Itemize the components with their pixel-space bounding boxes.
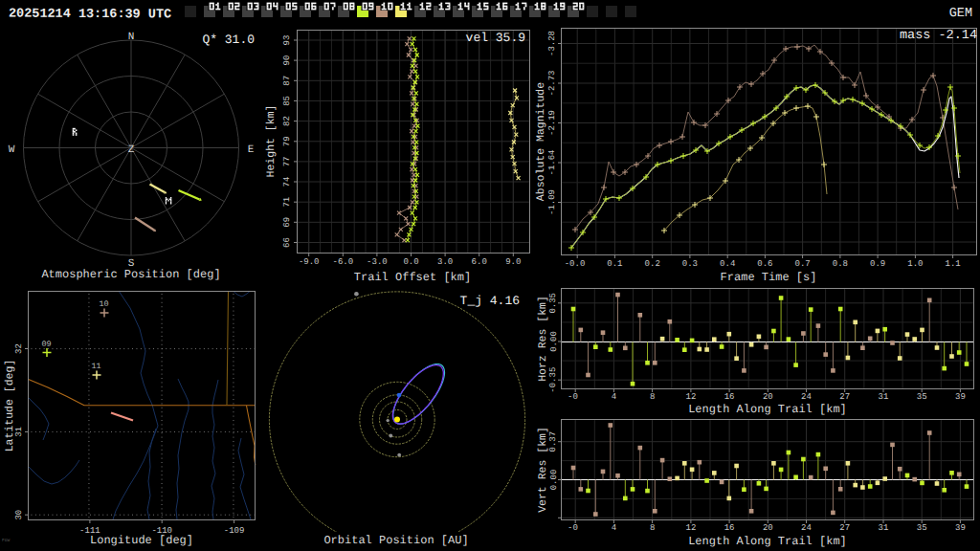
svg-text:8: 8	[650, 523, 655, 533]
svg-text:Latitude [deg]: Latitude [deg]	[4, 360, 16, 452]
svg-text:79: 79	[282, 136, 292, 146]
svg-text:0.2: 0.2	[645, 259, 660, 269]
svg-text:1.1: 1.1	[945, 259, 960, 269]
svg-text:11: 11	[92, 362, 101, 371]
svg-text:09: 09	[42, 340, 52, 349]
svg-text:24: 24	[801, 392, 812, 402]
svg-text:-3.0: -3.0	[367, 257, 388, 267]
svg-text:8: 8	[650, 392, 655, 402]
svg-text:39: 39	[955, 523, 966, 533]
svg-text:FGW: FGW	[2, 538, 10, 543]
svg-text:T_j 4.16: T_j 4.16	[460, 294, 520, 308]
svg-text:4: 4	[612, 392, 616, 402]
svg-text:20: 20	[763, 392, 773, 402]
svg-text:Q* 31.0: Q* 31.0	[202, 33, 255, 47]
svg-text:-0: -0	[568, 392, 578, 402]
svg-text:31: 31	[879, 523, 889, 533]
svg-text:0.3: 0.3	[682, 259, 698, 269]
svg-text:20: 20	[763, 523, 773, 533]
svg-text:82: 82	[282, 116, 292, 126]
svg-text:0.8: 0.8	[833, 259, 848, 269]
svg-text:Orbital Position [AU]: Orbital Position [AU]	[323, 534, 468, 547]
svg-text:1.0: 1.0	[907, 259, 923, 269]
svg-text:90: 90	[282, 55, 292, 66]
svg-text:Length Along Trail [km]: Length Along Trail [km]	[688, 403, 847, 416]
svg-text:0.00: 0.00	[549, 331, 559, 352]
svg-text:74: 74	[282, 177, 292, 187]
svg-text:0.0: 0.0	[403, 257, 418, 267]
svg-text:24: 24	[801, 523, 812, 533]
svg-text:Trail Offset [km]: Trail Offset [km]	[354, 271, 471, 284]
svg-text:Vert Res [km]: Vert Res [km]	[537, 427, 549, 513]
svg-text:W: W	[9, 144, 15, 156]
svg-text:30: 30	[14, 510, 24, 520]
svg-text:-1.64: -1.64	[547, 149, 557, 175]
svg-text:-1.09: -1.09	[547, 189, 557, 215]
svg-text:Absolute Magnitude: Absolute Magnitude	[535, 82, 547, 201]
svg-text:16: 16	[724, 392, 735, 402]
svg-text:10: 10	[100, 299, 109, 309]
svg-text:87: 87	[282, 76, 292, 86]
svg-text:E: E	[248, 144, 255, 156]
svg-text:93: 93	[282, 35, 292, 46]
svg-text:77: 77	[282, 156, 292, 166]
svg-text:27: 27	[839, 523, 850, 533]
svg-text:-109: -109	[224, 526, 245, 536]
svg-text:4: 4	[612, 523, 616, 533]
svg-text:Z: Z	[128, 144, 135, 156]
svg-text:0.35: 0.35	[549, 293, 559, 314]
svg-text:-2.19: -2.19	[547, 110, 557, 136]
svg-text:69: 69	[282, 217, 292, 228]
svg-text:-0: -0	[568, 523, 578, 533]
svg-text:N: N	[128, 32, 135, 43]
svg-text:0.9: 0.9	[870, 259, 885, 269]
svg-text:Longitude [deg]: Longitude [deg]	[90, 534, 193, 547]
svg-text:-0.0: -0.0	[565, 259, 586, 269]
svg-text:Horz Res [km]: Horz Res [km]	[537, 296, 549, 382]
svg-text:Atmospheric Position [deg]: Atmospheric Position [deg]	[41, 268, 220, 281]
svg-text:16: 16	[724, 523, 735, 533]
svg-text:0.00: 0.00	[549, 470, 559, 491]
svg-text:-9.0: -9.0	[299, 257, 320, 267]
svg-text:-3.28: -3.28	[547, 31, 557, 56]
svg-text:-2.73: -2.73	[547, 70, 557, 96]
svg-text:0.1: 0.1	[607, 259, 622, 269]
svg-text:0.7: 0.7	[794, 259, 810, 269]
svg-text:85: 85	[282, 96, 292, 106]
svg-text:mass -2.14: mass -2.14	[900, 29, 977, 43]
svg-text:6.0: 6.0	[472, 257, 487, 267]
svg-text:31: 31	[879, 392, 889, 402]
svg-text:3.0: 3.0	[437, 257, 453, 267]
svg-text:27: 27	[839, 392, 850, 402]
svg-text:35: 35	[917, 523, 927, 533]
svg-text:0.4: 0.4	[720, 259, 735, 269]
svg-text:12: 12	[685, 523, 696, 533]
svg-text:Length Along Trail [km]: Length Along Trail [km]	[688, 535, 847, 548]
svg-text:Frame Time [s]: Frame Time [s]	[721, 271, 817, 284]
svg-text:32: 32	[14, 343, 24, 354]
svg-text:-0.35: -0.35	[549, 367, 559, 393]
svg-text:39: 39	[955, 392, 966, 402]
svg-text:71: 71	[282, 197, 292, 208]
svg-text:20251214 13:16:39 UTC: 20251214 13:16:39 UTC	[9, 8, 171, 23]
svg-text:vel 35.9: vel 35.9	[466, 31, 525, 45]
svg-text:-6.0: -6.0	[332, 257, 353, 267]
svg-text:0.37: 0.37	[549, 431, 559, 452]
svg-text:Height [km]: Height [km]	[265, 105, 278, 178]
svg-text:GEM: GEM	[949, 7, 972, 21]
svg-text:35: 35	[917, 392, 927, 402]
svg-text:9.0: 9.0	[505, 257, 521, 267]
svg-text:0.6: 0.6	[757, 259, 772, 269]
svg-text:12: 12	[685, 392, 696, 402]
svg-text:66: 66	[282, 237, 292, 248]
